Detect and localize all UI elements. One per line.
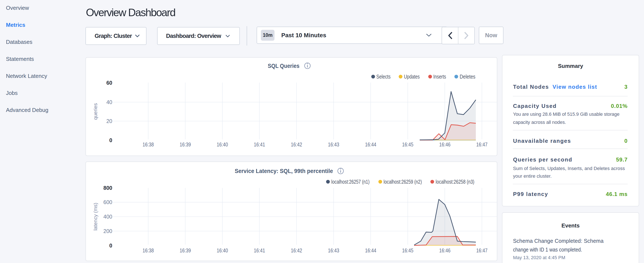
svg-text:16:47: 16:47 bbox=[476, 247, 488, 253]
svg-text:20: 20 bbox=[106, 118, 112, 124]
svg-text:16:44: 16:44 bbox=[365, 247, 376, 253]
svg-text:16:46: 16:46 bbox=[439, 141, 450, 147]
svg-text:queries: queries bbox=[92, 103, 98, 120]
svg-text:0: 0 bbox=[109, 242, 112, 248]
svg-text:40: 40 bbox=[106, 99, 112, 105]
svg-text:16:47: 16:47 bbox=[476, 141, 488, 147]
svg-text:16:43: 16:43 bbox=[328, 247, 339, 253]
svg-text:16:44: 16:44 bbox=[365, 141, 376, 147]
svg-text:60: 60 bbox=[106, 80, 112, 86]
svg-text:localhost:26259 (n2): localhost:26259 (n2) bbox=[384, 179, 422, 185]
svg-text:SQL Queries: SQL Queries bbox=[268, 63, 300, 69]
svg-text:16:45: 16:45 bbox=[402, 141, 413, 147]
svg-text:0: 0 bbox=[109, 137, 112, 143]
svg-text:16:46: 16:46 bbox=[439, 247, 450, 253]
svg-text:localhost:26258 (n3): localhost:26258 (n3) bbox=[436, 179, 474, 185]
svg-text:16:42: 16:42 bbox=[291, 141, 302, 147]
svg-text:16:41: 16:41 bbox=[254, 141, 265, 147]
svg-text:latency (ms): latency (ms) bbox=[92, 203, 98, 231]
svg-text:16:41: 16:41 bbox=[254, 247, 265, 253]
svg-text:16:40: 16:40 bbox=[217, 247, 228, 253]
svg-text:Updates: Updates bbox=[404, 74, 420, 80]
svg-text:16:42: 16:42 bbox=[291, 247, 302, 253]
svg-text:Selects: Selects bbox=[376, 74, 390, 80]
svg-text:600: 600 bbox=[103, 199, 112, 205]
svg-text:16:39: 16:39 bbox=[180, 247, 191, 253]
svg-text:800: 800 bbox=[103, 185, 112, 191]
svg-text:localhost:26257 (n1): localhost:26257 (n1) bbox=[331, 179, 370, 185]
svg-text:16:39: 16:39 bbox=[180, 141, 191, 147]
svg-text:400: 400 bbox=[103, 214, 112, 220]
svg-text:200: 200 bbox=[103, 228, 112, 234]
svg-text:Service Latency: SQL, 99th per: Service Latency: SQL, 99th percentile bbox=[235, 168, 333, 174]
svg-text:16:38: 16:38 bbox=[143, 247, 154, 253]
svg-text:16:43: 16:43 bbox=[328, 141, 339, 147]
svg-text:16:40: 16:40 bbox=[217, 141, 228, 147]
svg-text:16:38: 16:38 bbox=[143, 141, 154, 147]
svg-text:16:45: 16:45 bbox=[402, 247, 413, 253]
svg-text:Inserts: Inserts bbox=[433, 74, 446, 80]
svg-text:Deletes: Deletes bbox=[460, 74, 476, 80]
